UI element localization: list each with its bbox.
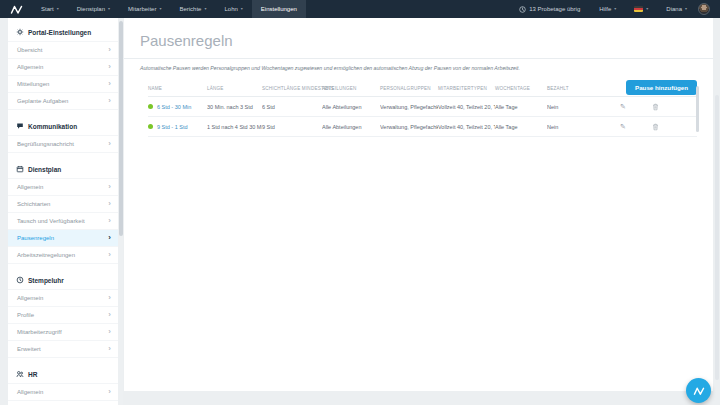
sidebar-section-kommunikation: Kommunikation Begrüßungsnachricht› xyxy=(8,117,118,153)
sidebar-section-dienstplan: Dienstplan Allgemein› Schichtarten› Taus… xyxy=(8,160,118,264)
table-row: 6 Std - 30 Min 30 Min. nach 3 Std 6 Std … xyxy=(148,97,697,117)
chevron-right-icon: › xyxy=(108,234,111,242)
chevron-right-icon: › xyxy=(108,183,111,191)
page-description: Automatische Pausen werden Personalgrupp… xyxy=(124,59,713,75)
chevron-right-icon: › xyxy=(108,140,111,148)
main-panel: Pausenregeln Automatische Pausen werden … xyxy=(124,18,713,391)
add-pause-button[interactable]: Pause hinzufügen xyxy=(626,80,697,95)
sidebar-item-allgemein-dienstplan[interactable]: Allgemein› xyxy=(8,178,118,195)
column-header-abteilungen: ABTEILUNGEN xyxy=(322,86,380,91)
column-header-name: NAME xyxy=(148,86,207,91)
nav-item-dienstplan[interactable]: Dienstplan▾ xyxy=(68,0,119,18)
delete-icon[interactable] xyxy=(652,123,659,131)
planday-logo-icon[interactable] xyxy=(0,0,32,18)
sidebar-item-allgemein-stempeluhr[interactable]: Allgemein› xyxy=(8,289,118,306)
nav-item-mitarbeiter[interactable]: Mitarbeiter▾ xyxy=(119,0,170,18)
chevron-right-icon: › xyxy=(108,388,111,396)
users-icon xyxy=(16,370,24,378)
sidebar-item-allgemein-hr[interactable]: Allgemein› xyxy=(8,383,118,400)
sidebar-section-stempeluhr: Stempeluhr Allgemein› Profile› Mitarbeit… xyxy=(8,271,118,358)
table-scrollbar[interactable] xyxy=(696,86,699,132)
rule-name-link[interactable]: 9 Std - 1 Std xyxy=(148,124,207,130)
chevron-right-icon: › xyxy=(108,200,111,208)
sidebar-item-geplante-aufgaben[interactable]: Geplante Aufgaben› xyxy=(8,92,118,110)
clock-icon xyxy=(519,6,526,13)
chevron-right-icon: › xyxy=(108,345,111,353)
caret-down-icon: ▾ xyxy=(241,7,243,11)
caret-down-icon: ▾ xyxy=(646,7,648,11)
column-header-bezahlt: BEZAHLT xyxy=(547,86,592,91)
status-dot-green xyxy=(148,124,153,129)
caret-down-icon: ▾ xyxy=(204,7,206,11)
column-header-laenge: LÄNGE xyxy=(207,86,262,91)
caret-down-icon: ▾ xyxy=(685,7,687,11)
caret-down-icon: ▾ xyxy=(159,7,161,11)
nav-item-lohn[interactable]: Lohn▾ xyxy=(215,0,251,18)
chat-icon xyxy=(16,122,24,130)
sidebar-item-uebersicht[interactable]: Übersicht› xyxy=(8,41,118,58)
settings-sidebar: Portal-Einstellungen Übersicht› Allgemei… xyxy=(8,18,118,405)
sidebar-scrollbar-thumb[interactable] xyxy=(119,21,123,236)
break-rules-table: NAME LÄNGE SCHICHTLÄNGE MINDESTENS ABTEI… xyxy=(124,81,713,137)
language-menu[interactable]: ▾ xyxy=(625,6,657,12)
page: { "navbar": { "items": [ { "label": "Sta… xyxy=(0,0,720,405)
chevron-right-icon: › xyxy=(108,63,111,71)
page-title: Pausenregeln xyxy=(124,18,713,58)
column-header-wochentage: WOCHENTAGE xyxy=(495,86,547,91)
help-menu[interactable]: Hilfe▾ xyxy=(590,6,625,12)
nav-item-start[interactable]: Start▾ xyxy=(32,0,68,18)
sidebar-item-mitteilungen[interactable]: Mitteilungen› xyxy=(8,75,118,92)
sidebar-scrollbar[interactable] xyxy=(118,18,123,405)
table-row: 9 Std - 1 Std 1 Std nach 4 Std 30 Min. 9… xyxy=(148,117,697,137)
nav-item-einstellungen[interactable]: Einstellungen xyxy=(252,0,306,18)
rule-name-link[interactable]: 6 Std - 30 Min xyxy=(148,104,207,110)
planday-logo-icon xyxy=(693,386,705,396)
chevron-right-icon: › xyxy=(108,80,111,88)
sidebar-item-pausenregeln[interactable]: Pausenregeln› xyxy=(8,229,118,246)
table-header-row: NAME LÄNGE SCHICHTLÄNGE MINDESTENS ABTEI… xyxy=(148,81,697,97)
column-header-schichtlaenge: SCHICHTLÄNGE MINDESTENS xyxy=(262,86,322,91)
caret-down-icon: ▾ xyxy=(57,7,59,11)
chevron-right-icon: › xyxy=(108,46,111,54)
avatar[interactable] xyxy=(698,3,710,15)
sidebar-item-arbeitszeitregelungen[interactable]: Arbeitszeitregelungen› xyxy=(8,246,118,264)
top-navbar: Start▾ Dienstplan▾ Mitarbeiter▾ Berichte… xyxy=(0,0,720,18)
chevron-right-icon: › xyxy=(108,328,111,336)
support-fab-button[interactable] xyxy=(686,378,711,403)
user-menu[interactable]: Diana▾ xyxy=(657,6,696,12)
column-header-personalgruppen: PERSONALGRUPPEN xyxy=(380,86,438,91)
sidebar-item-mitarbeiterformular-einrichten[interactable]: Mitarbeiterformular einrichten› xyxy=(8,400,118,405)
page-scrollbar[interactable] xyxy=(715,95,719,380)
status-dot-green xyxy=(148,104,153,109)
clock-icon xyxy=(16,276,24,284)
sidebar-item-profile[interactable]: Profile› xyxy=(8,306,118,323)
edit-icon[interactable]: ✎ xyxy=(620,123,626,131)
delete-icon[interactable] xyxy=(652,103,659,111)
sidebar-item-mitarbeiterzugriff[interactable]: Mitarbeiterzugriff› xyxy=(8,323,118,340)
caret-down-icon: ▾ xyxy=(108,7,110,11)
calendar-icon xyxy=(16,165,24,173)
caret-down-icon: ▾ xyxy=(614,7,616,11)
chevron-right-icon: › xyxy=(108,97,111,105)
chevron-right-icon: › xyxy=(108,294,111,302)
edit-icon[interactable]: ✎ xyxy=(620,103,626,111)
sidebar-item-begruessungsnachricht[interactable]: Begrüßungsnachricht› xyxy=(8,135,118,153)
sidebar-section-hr: HR Allgemein› Mitarbeiterformular einric… xyxy=(8,365,118,405)
nav-item-berichte[interactable]: Berichte▾ xyxy=(170,0,215,18)
sidebar-item-erweitert[interactable]: Erweitert› xyxy=(8,340,118,358)
sidebar-item-tausch-und-verfuegbarkeit[interactable]: Tausch und Verfügbarkeit› xyxy=(8,212,118,229)
trial-days-indicator: 13 Probetage übrig xyxy=(509,6,590,13)
sidebar-item-schichtarten[interactable]: Schichtarten› xyxy=(8,195,118,212)
column-header-mitarbeitertypen: MITARBEITERTYPEN xyxy=(438,86,495,91)
sidebar-item-allgemein-portal[interactable]: Allgemein› xyxy=(8,58,118,75)
chevron-right-icon: › xyxy=(108,311,111,319)
german-flag-icon xyxy=(634,6,643,12)
gear-icon xyxy=(16,28,24,36)
chevron-right-icon: › xyxy=(108,217,111,225)
sidebar-section-portal-einstellungen: Portal-Einstellungen Übersicht› Allgemei… xyxy=(8,23,118,110)
chevron-right-icon: › xyxy=(108,251,111,259)
